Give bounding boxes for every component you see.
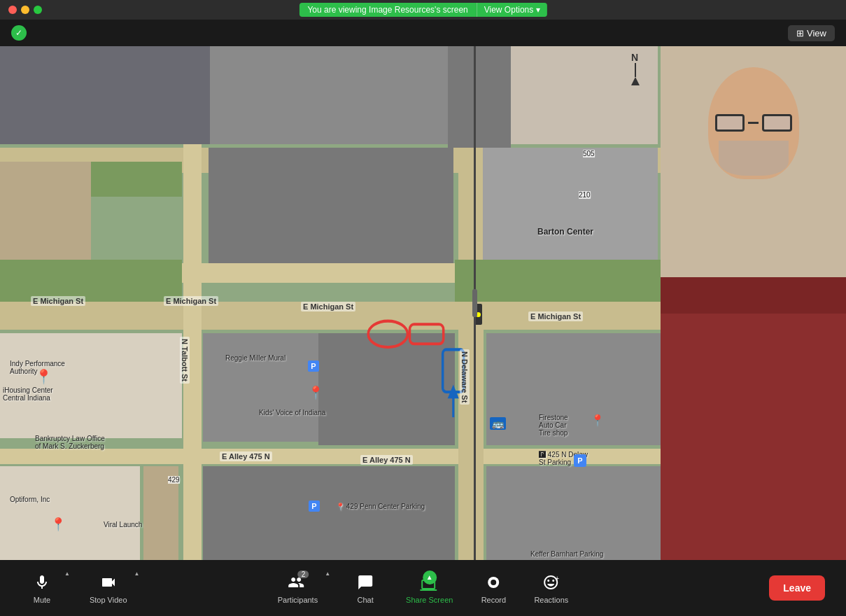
video-btn-group: Stop Video ▲ — [84, 569, 140, 607]
participants-button[interactable]: 2 Participants — [272, 569, 323, 607]
view-button[interactable]: ⊞ View — [788, 25, 835, 41]
participants-arrow[interactable]: ▲ — [325, 570, 330, 577]
person-head — [708, 67, 799, 179]
chat-button[interactable]: Chat — [344, 569, 386, 607]
record-icon — [485, 572, 502, 593]
pin-4: 📍 — [591, 414, 605, 427]
toolbar-center: 2 Participants ▲ Chat ▲ — [272, 569, 574, 607]
stop-video-button[interactable]: Stop Video — [84, 569, 133, 607]
main-area: N E Michigan St E Michigan St E Michigan… — [0, 46, 846, 560]
bus-stop-icon: 🚌 — [490, 417, 506, 430]
parking-icon-3: P — [574, 454, 586, 467]
compass-indicator: N — [631, 52, 640, 85]
title-bar: You are viewing Image Resources's screen… — [0, 0, 846, 20]
close-button[interactable] — [8, 6, 17, 14]
bld-michigan-right — [486, 333, 661, 445]
window-controls[interactable] — [0, 6, 42, 14]
pin-3: 📍 — [50, 517, 66, 532]
label-talbott: N Talbott St — [180, 337, 190, 384]
top-bar: ✓ ⊞ View — [0, 20, 846, 46]
participants-icon: 2 — [288, 572, 307, 593]
record-button[interactable]: Record — [472, 569, 514, 607]
video-icon — [100, 572, 117, 593]
green-strip1 — [0, 260, 182, 302]
leave-button[interactable]: Leave — [769, 575, 825, 601]
label-e-michigan-1: E Michigan St — [31, 296, 85, 306]
bld-topcenter — [210, 46, 448, 144]
beard — [719, 141, 789, 176]
mute-btn-group: Mute ▲ — [21, 569, 70, 607]
webcam-video — [661, 46, 846, 560]
participants-btn-group: 2 Participants ▲ — [272, 569, 330, 607]
toolbar: Mute ▲ Stop Video ▲ — [0, 560, 846, 616]
participants-count: 2 — [297, 570, 309, 578]
bld-lower-right — [486, 466, 661, 560]
svg-point-6 — [491, 580, 496, 585]
video-arrow[interactable]: ▲ — [134, 570, 140, 577]
label-e-michigan-4: E Michigan St — [528, 312, 583, 321]
reactions-button[interactable]: + Reactions — [528, 569, 574, 607]
bld-lower-left — [0, 466, 140, 560]
label-e-michigan-2: E Michigan St — [164, 296, 218, 306]
toolbar-left: Mute ▲ Stop Video ▲ — [21, 569, 139, 607]
bld-left — [0, 162, 91, 260]
mute-arrow[interactable]: ▲ — [64, 570, 70, 577]
pin-2: 📍 — [308, 385, 323, 400]
shield-icon: ✓ — [11, 25, 27, 41]
share-screen-icon: ▲ — [420, 572, 439, 593]
label-alley-1: E Alley 475 N — [220, 451, 272, 461]
map-container: N E Michigan St E Michigan St E Michigan… — [0, 46, 661, 560]
screen-share-banner: You are viewing Image Resources's screen… — [299, 3, 547, 17]
webcam-panel — [661, 46, 846, 560]
mute-button[interactable]: Mute — [21, 569, 63, 607]
toolbar-right: Leave — [769, 575, 825, 601]
bld-lower-left2 — [143, 466, 178, 560]
bld-michigan-left — [0, 333, 182, 438]
parking-right-top — [448, 46, 511, 148]
banner-text: You are viewing Image Resources's screen — [299, 3, 476, 17]
road-alley-h — [0, 449, 661, 464]
green-strip2 — [455, 260, 661, 302]
label-alley-2: E Alley 475 N — [360, 455, 413, 465]
label-e-michigan-3: E Michigan St — [301, 302, 355, 312]
parking-icon-1: P — [308, 360, 319, 372]
fullscreen-button[interactable] — [34, 6, 42, 14]
divider-handle[interactable] — [472, 289, 477, 317]
view-options-button[interactable]: View Options ▾ — [477, 3, 547, 17]
chat-icon — [357, 572, 374, 593]
parking-icon-2: P — [309, 500, 320, 512]
svg-text:+: + — [555, 575, 559, 582]
shirt — [661, 314, 846, 560]
bld-topleft — [0, 46, 210, 144]
parking-lower — [203, 466, 455, 560]
label-delaware: N Delaware St — [460, 349, 470, 405]
mute-icon — [34, 572, 50, 593]
reactions-icon: + — [542, 572, 561, 593]
parking-top — [209, 148, 453, 263]
parking-michigan — [318, 333, 455, 445]
glasses — [715, 113, 792, 132]
pin-1: 📍 — [35, 368, 52, 385]
aerial-map: N E Michigan St E Michigan St E Michigan… — [0, 46, 661, 560]
green-left — [91, 162, 182, 197]
share-active-indicator: ▲ — [423, 570, 437, 584]
minimize-button[interactable] — [21, 6, 29, 14]
share-screen-button[interactable]: ▲ Share Screen — [400, 569, 458, 607]
